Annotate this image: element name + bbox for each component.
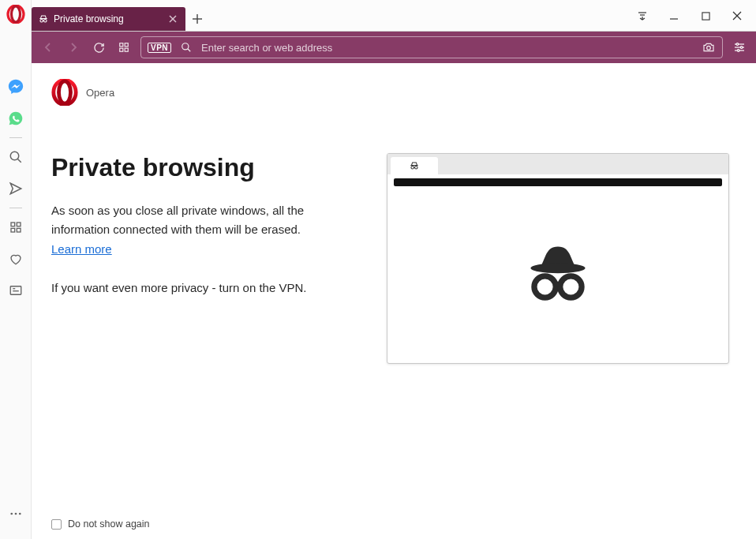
mini-browser-illustration <box>387 153 729 364</box>
svg-rect-6 <box>11 228 15 232</box>
tab-menu-icon <box>637 10 648 21</box>
tab-menu-button[interactable] <box>633 0 652 32</box>
address-field-wrap[interactable]: VPN <box>140 36 723 58</box>
snapshot-button[interactable] <box>702 41 716 54</box>
window-maximize-button[interactable] <box>696 0 715 32</box>
main: Private browsing <box>32 0 756 539</box>
svg-rect-24 <box>702 12 709 19</box>
address-input[interactable] <box>201 42 694 54</box>
chevron-right-icon <box>68 42 79 53</box>
grid-icon <box>118 42 129 53</box>
sidebar-item-speeddial[interactable] <box>0 211 32 243</box>
svg-point-31 <box>182 43 189 50</box>
sidebar-item-messenger[interactable] <box>0 71 32 103</box>
close-icon <box>169 15 177 23</box>
sidebar <box>0 0 32 539</box>
whatsapp-icon <box>8 110 24 126</box>
opera-icon <box>6 5 25 24</box>
page-content: Opera Private browsing As soon as you cl… <box>32 63 756 539</box>
svg-rect-4 <box>11 223 15 226</box>
window-close-button[interactable] <box>728 0 747 32</box>
search-icon-inline <box>179 42 193 53</box>
svg-point-35 <box>736 43 739 46</box>
svg-point-11 <box>10 513 13 515</box>
svg-point-12 <box>14 513 17 515</box>
svg-point-42 <box>411 167 414 170</box>
search-icon <box>9 150 23 164</box>
svg-point-46 <box>534 276 556 298</box>
svg-point-43 <box>415 167 418 170</box>
svg-rect-5 <box>17 223 21 226</box>
nav-forward-button[interactable] <box>65 39 82 56</box>
tab-active[interactable]: Private browsing <box>32 7 185 31</box>
sidebar-item-news[interactable] <box>0 275 32 306</box>
nav-back-button[interactable] <box>39 39 57 56</box>
svg-point-37 <box>740 47 743 49</box>
illustration <box>387 153 729 364</box>
sidebar-divider <box>9 208 22 208</box>
incognito-icon <box>38 13 49 24</box>
window-minimize-button[interactable] <box>664 0 683 32</box>
svg-point-2 <box>10 152 19 160</box>
reload-icon <box>93 42 105 54</box>
sidebar-item-flow[interactable] <box>0 173 32 204</box>
close-icon <box>732 11 742 21</box>
incognito-illustration-icon <box>522 242 594 307</box>
svg-rect-8 <box>10 286 21 295</box>
svg-rect-28 <box>125 43 128 47</box>
page-vpn-hint: If you want even more privacy - turn on … <box>51 279 363 298</box>
svg-rect-30 <box>125 48 128 51</box>
svg-point-33 <box>707 46 711 50</box>
svg-point-39 <box>737 50 739 52</box>
send-icon <box>9 182 23 196</box>
tab-label: Private browsing <box>54 13 162 24</box>
svg-point-15 <box>44 20 47 22</box>
sidebar-item-whatsapp[interactable] <box>0 103 32 134</box>
dont-show-checkbox[interactable] <box>51 519 62 530</box>
maximize-icon <box>702 12 710 21</box>
tab-close-button[interactable] <box>167 13 179 25</box>
incognito-icon <box>409 160 420 171</box>
plus-icon <box>193 14 202 24</box>
minimize-icon <box>669 11 679 21</box>
grid-icon <box>9 221 22 234</box>
svg-point-41 <box>58 81 70 103</box>
svg-line-3 <box>17 159 21 163</box>
page-description: As soon as you close all private windows… <box>51 201 363 239</box>
vpn-badge[interactable]: VPN <box>148 43 171 53</box>
svg-point-13 <box>18 513 21 515</box>
brand-row: Opera <box>51 79 736 106</box>
svg-point-1 <box>11 6 20 22</box>
sliders-icon <box>733 41 746 54</box>
page-title: Private browsing <box>51 153 363 182</box>
tabbar: Private browsing <box>32 0 756 32</box>
search-icon <box>181 42 192 53</box>
new-tab-button[interactable] <box>185 7 209 31</box>
sidebar-item-bookmarks[interactable] <box>0 243 32 275</box>
sidebar-item-search[interactable] <box>0 141 32 173</box>
svg-point-45 <box>530 263 585 273</box>
svg-line-32 <box>188 49 191 52</box>
svg-rect-7 <box>17 228 21 232</box>
svg-point-47 <box>560 276 582 298</box>
svg-rect-29 <box>120 48 123 51</box>
messenger-icon <box>7 78 24 95</box>
heart-icon <box>9 252 23 266</box>
learn-more-link[interactable]: Learn more <box>51 242 112 256</box>
more-icon <box>9 507 23 521</box>
addressbar: VPN <box>32 32 756 63</box>
sidebar-more-button[interactable] <box>0 498 32 530</box>
dont-show-label: Do not show again <box>68 518 150 530</box>
footer: Do not show again <box>51 518 150 530</box>
reload-button[interactable] <box>90 39 107 56</box>
speeddial-button[interactable] <box>115 39 133 56</box>
sidebar-divider <box>9 137 22 138</box>
chevron-left-icon <box>43 42 54 53</box>
svg-rect-27 <box>120 43 123 47</box>
opera-menu-button[interactable] <box>6 5 25 24</box>
brand-name: Opera <box>86 87 114 99</box>
text-column: Private browsing As soon as you close al… <box>51 153 363 298</box>
camera-icon <box>702 41 715 54</box>
svg-point-14 <box>40 20 43 22</box>
easy-setup-button[interactable] <box>731 39 748 56</box>
